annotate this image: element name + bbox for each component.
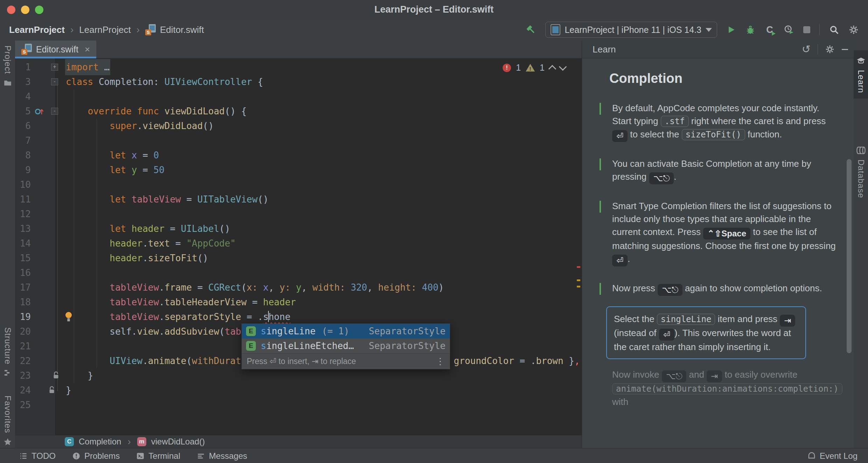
line-number[interactable]: 22 — [15, 354, 31, 368]
key-chip: ⏎ — [659, 329, 674, 341]
breadcrumb-project[interactable]: LearnProject — [9, 24, 65, 35]
code-line[interactable]: override func viewDidLoad() { — [66, 104, 247, 119]
fold-marker-icon[interactable]: - — [51, 108, 58, 115]
tool-button-terminal[interactable]: Terminal — [136, 451, 180, 461]
code-line[interactable]: } — [66, 368, 93, 383]
line-number[interactable]: 14 — [15, 236, 31, 251]
line-number[interactable]: 21 — [15, 339, 31, 354]
line-number[interactable]: 8 — [15, 148, 31, 163]
tool-button-structure[interactable]: Structure — [0, 327, 15, 377]
breadcrumb-file[interactable]: Editor.swift — [160, 24, 204, 35]
previous-problem-icon[interactable] — [548, 65, 556, 73]
code-line[interactable]: } — [66, 383, 71, 398]
line-number[interactable]: 12 — [15, 207, 31, 221]
intention-lightbulb-icon[interactable] — [65, 312, 72, 322]
line-number[interactable]: 19 — [15, 309, 31, 324]
fold-marker-icon[interactable]: - — [51, 78, 58, 85]
line-number[interactable]: 9 — [15, 163, 31, 177]
more-options-icon[interactable]: ⋮ — [436, 356, 445, 367]
code-line[interactable]: tableView.separatorStyle = .shone — [66, 309, 290, 324]
code-line[interactable]: super.viewDidLoad() — [66, 119, 214, 133]
completion-item-type: SeparatorStyle — [369, 341, 446, 351]
settings-gear-icon[interactable] — [848, 24, 859, 35]
database-tab-label: Database — [856, 159, 866, 198]
line-number[interactable]: 4 — [15, 89, 31, 104]
line-number[interactable]: 16 — [15, 265, 31, 280]
line-number[interactable]: 20 — [15, 324, 31, 339]
project-tab-label: Project — [3, 45, 13, 74]
run-button[interactable] — [726, 25, 736, 35]
line-number[interactable]: 17 — [15, 280, 31, 295]
database-icon — [856, 145, 866, 155]
code-line[interactable]: self.view.addSubview(tabl — [66, 324, 247, 339]
appcode-window: LearnProject – Editor.swift LearnProject… — [0, 0, 868, 463]
tool-button-project[interactable]: Project — [0, 45, 15, 87]
learn-settings-gear-icon[interactable] — [825, 44, 835, 54]
line-number[interactable]: 13 — [15, 221, 31, 236]
profile-button[interactable]: C — [765, 24, 775, 35]
tool-button-learn[interactable]: Learn — [854, 50, 868, 99]
todo-label: TODO — [31, 451, 56, 461]
error-stripe-mark[interactable] — [577, 266, 580, 268]
code-line[interactable]: header.text = "AppCode" — [66, 236, 236, 251]
run-configuration-select[interactable]: LearnProject | iPhone 11 | iOS 14.3 — [545, 22, 717, 38]
restart-lesson-icon[interactable]: ↺ — [802, 44, 811, 55]
code-line[interactable]: class Completion: UIViewController { — [66, 74, 263, 89]
line-number[interactable]: 18 — [15, 295, 31, 309]
search-everywhere-icon[interactable] — [829, 24, 839, 35]
tool-button-problems[interactable]: Problems — [72, 451, 120, 461]
code-line[interactable]: let x = 0 — [66, 148, 159, 163]
line-number[interactable]: 5 — [15, 104, 31, 119]
breadcrumb-class[interactable]: Completion — [79, 437, 121, 447]
code-line[interactable]: let y = 50 — [66, 163, 164, 177]
tool-button-favorites[interactable]: Favorites — [0, 396, 15, 447]
line-number[interactable]: 24 — [15, 383, 31, 398]
lesson-step: Now press ⌥⎋ again to show completion op… — [597, 282, 840, 296]
tool-button-messages[interactable]: Messages — [196, 451, 247, 461]
next-problem-icon[interactable] — [559, 63, 567, 71]
key-chip: ⇥ — [780, 315, 795, 327]
enum-badge-icon: E — [246, 341, 256, 351]
scrollbar-thumb[interactable] — [847, 159, 852, 353]
line-number[interactable]: 10 — [15, 177, 31, 192]
key-chip: ⌥⎋ — [658, 284, 682, 296]
completion-item[interactable]: EsingleLineEtched…SeparatorStyle — [242, 339, 450, 353]
tool-button-database[interactable]: Database — [854, 145, 868, 198]
code-line[interactable]: tableView.frame = CGRect(x: x, y: y, wid… — [66, 280, 444, 295]
code-line[interactable]: let header = UILabel() — [66, 221, 230, 236]
run-with-coverage-button[interactable] — [784, 24, 794, 35]
close-icon[interactable]: × — [85, 44, 90, 55]
line-number[interactable]: 3 — [15, 74, 31, 89]
line-number[interactable]: 6 — [15, 119, 31, 133]
upcoming-step-text: Now invoke ⌥⎋ and ⇥ to easily overwrite … — [612, 368, 840, 408]
inspections-widget[interactable]: ! 1 1 — [503, 63, 566, 73]
completion-item[interactable]: EsingleLine(= 1)SeparatorStyle — [242, 324, 450, 339]
code-line[interactable]: tableView.tableHeaderView = header — [66, 295, 296, 309]
tool-button-todo[interactable]: TODO — [19, 451, 56, 461]
lesson-step: By default, AppCode completes your code … — [597, 102, 840, 142]
terminal-label: Terminal — [148, 451, 180, 461]
warning-stripe-mark[interactable] — [577, 279, 580, 281]
code-line[interactable]: import … — [66, 60, 110, 74]
tool-button-event-log[interactable]: Event Log — [807, 451, 868, 461]
line-number[interactable]: 23 — [15, 368, 31, 383]
code-line[interactable]: header.sizeToFit() — [66, 251, 208, 265]
warning-stripe-mark[interactable] — [577, 286, 580, 287]
debug-button[interactable] — [745, 24, 756, 35]
line-number[interactable]: 25 — [15, 398, 31, 412]
code-editor[interactable]: 1345678910111213141516171819202122232425… — [15, 58, 582, 435]
key-chip: ⏎ — [612, 130, 628, 142]
lesson-content: Completion By default, AppCode completes… — [582, 58, 854, 408]
hide-panel-icon[interactable] — [842, 49, 848, 50]
line-number[interactable]: 11 — [15, 192, 31, 207]
fold-marker-icon[interactable]: + — [51, 64, 58, 71]
code-line[interactable]: let tableView = UITableView() — [66, 192, 268, 207]
build-hammer-icon[interactable] — [526, 24, 536, 35]
tab-editor-swift[interactable]: S Editor.swift × — [15, 41, 96, 58]
override-method-icon[interactable] — [35, 107, 44, 116]
breadcrumb-group[interactable]: LearnProject — [79, 24, 131, 35]
line-number[interactable]: 7 — [15, 133, 31, 148]
line-number[interactable]: 15 — [15, 251, 31, 265]
line-number[interactable]: 1 — [15, 60, 31, 74]
breadcrumb-method[interactable]: viewDidLoad() — [151, 437, 205, 447]
